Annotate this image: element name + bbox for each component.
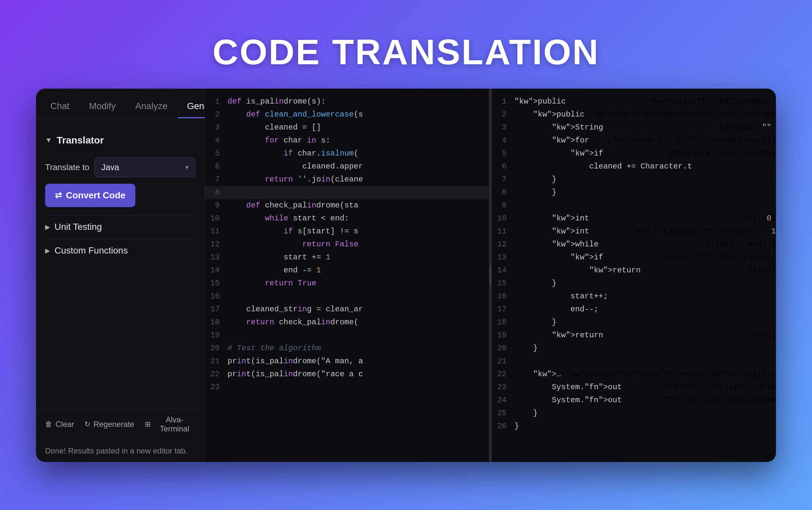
line-content: while start < end: <box>228 212 489 225</box>
python-panel: 1def is_palindrome(s):2 def clean_and_lo… <box>205 89 489 462</box>
tab-modify[interactable]: Modify <box>80 95 125 118</box>
panel-divider[interactable] <box>489 89 492 462</box>
python-code-scroll[interactable]: 1def is_palindrome(s):2 def clean_and_lo… <box>205 89 489 462</box>
python-line-4: 4 for char in s: <box>205 134 489 147</box>
java-line-10: 10 "kw">int start = 0; <box>492 212 776 225</box>
line-number: 16 <box>492 290 514 303</box>
java-line-3: 3 "kw">String cleaned = ""; <box>492 121 776 134</box>
translate-to-label: Translate to <box>45 162 89 172</box>
tab-analyze[interactable]: Analyze <box>126 95 177 118</box>
java-line-23: 23 System."fn">out."fn">println(isPalind… <box>492 381 776 394</box>
line-number: 10 <box>205 212 228 225</box>
line-number: 4 <box>492 134 514 147</box>
regenerate-label: Regenerate <box>93 420 134 429</box>
java-line-12: 12 "kw">while (start < end) { <box>492 238 776 251</box>
custom-functions-title: Custom Functions <box>55 246 128 256</box>
java-line-21: 21 <box>492 355 776 368</box>
selected-language: Java <box>101 162 119 172</box>
line-content: "kw">if <box>514 251 650 264</box>
python-line-13: 13 start += 1 <box>205 251 489 264</box>
language-select[interactable]: Java ▾ <box>94 158 195 177</box>
line-content: "kw">for <box>514 134 608 147</box>
python-line-15: 15 return True <box>205 277 489 290</box>
python-line-9: 9 def check_palindrome(sta <box>205 199 489 212</box>
line-number: 23 <box>492 381 514 394</box>
line-content: return ''.join(cleane <box>228 173 489 186</box>
line-number: 11 <box>492 225 514 238</box>
line-content: # Test the algorithm <box>228 342 489 355</box>
line-number: 9 <box>492 199 514 212</box>
clear-label: Clear <box>56 420 74 429</box>
page-title: CODE TRANSLATION <box>212 31 600 73</box>
python-line-7: 7 return ''.join(cleane <box>205 173 489 186</box>
custom-functions-section[interactable]: ▶ Custom Functions <box>45 238 195 262</box>
java-line-25: 25 } <box>492 407 776 420</box>
python-line-3: 3 cleaned = [] <box>205 121 489 134</box>
regenerate-button[interactable]: ↻ Regenerate <box>84 420 134 429</box>
python-line-10: 10 while start < end: <box>205 212 489 225</box>
line-number: 19 <box>205 329 228 342</box>
tab-chat[interactable]: Chat <box>41 95 79 118</box>
line-content: print(is_palindrome("A man, a <box>228 355 489 368</box>
line-number: 24 <box>492 394 514 407</box>
line-number: 19 <box>492 329 514 342</box>
line-number: 21 <box>205 355 228 368</box>
line-number: 20 <box>205 342 228 355</box>
tabs-row: Chat Modify Analyze Generate <box>36 89 204 118</box>
python-line-8: 8 <box>205 186 489 199</box>
java-line-11: 11 "kw">int end = cleaned."fn">length() … <box>492 225 776 238</box>
line-content: "kw">return <box>514 264 748 277</box>
line-number: 16 <box>205 290 228 303</box>
line-number: 26 <box>492 420 514 433</box>
python-line-5: 5 if char.isalnum( <box>205 147 489 160</box>
line-number: 14 <box>492 264 514 277</box>
java-line-6: 6 cleaned += Character.t <box>492 160 776 173</box>
line-content: "kw">return <box>514 329 753 342</box>
convert-btn-label: Convert Code <box>66 190 125 201</box>
line-content: end -= 1 <box>228 264 489 277</box>
line-number: 8 <box>205 186 228 199</box>
translate-to-row: Translate to Java ▾ <box>45 158 195 177</box>
python-line-16: 16 <box>205 290 489 303</box>
line-number: 5 <box>205 147 228 160</box>
java-line-26: 26} <box>492 420 776 433</box>
java-line-17: 17 end--; <box>492 303 776 316</box>
line-number: 2 <box>205 108 228 121</box>
clear-button[interactable]: 🗑 Clear <box>45 420 74 429</box>
line-content: "kw">if <box>514 147 669 160</box>
python-line-21: 21print(is_palindrome("A man, a <box>205 355 489 368</box>
line-content: return False <box>228 238 489 251</box>
java-line-9: 9 <box>492 199 776 212</box>
python-line-1: 1def is_palindrome(s): <box>205 95 489 108</box>
line-number: 7 <box>205 173 228 186</box>
line-content: cleaned.apper <box>228 160 489 173</box>
line-content: end--; <box>514 303 776 316</box>
line-number: 6 <box>205 160 228 173</box>
bottom-actions: 🗑 Clear ↻ Regenerate ⊞ Alva-Terminal <box>36 408 204 440</box>
java-line-1: 1"kw">public "kw">class "fn">Palindrome … <box>492 95 776 108</box>
line-number: 1 <box>492 95 514 108</box>
status-message: Done! Results pasted in a new editor tab… <box>36 440 204 462</box>
line-number: 15 <box>205 277 228 290</box>
python-line-19: 19 <box>205 329 489 342</box>
chevron-down-icon: ▾ <box>185 163 188 171</box>
line-content: start += 1 <box>228 251 489 264</box>
python-line-11: 11 if s[start] != s <box>205 225 489 238</box>
line-content <box>228 186 489 199</box>
python-line-18: 18 return check_palindrome( <box>205 316 489 329</box>
java-code-scroll[interactable]: 1"kw">public "kw">class "fn">Palindrome … <box>492 89 776 462</box>
terminal-label: Alva-Terminal <box>154 415 195 433</box>
java-panel: 1"kw">public "kw">class "fn">Palindrome … <box>492 89 776 462</box>
app-window: Chat Modify Analyze Generate ▼ Translato… <box>36 89 776 462</box>
java-line-19: 19 "kw">return true; <box>492 329 776 342</box>
line-content: return check_palindrome( <box>228 316 489 329</box>
convert-code-button[interactable]: ⇄ Convert Code <box>45 184 135 207</box>
unit-testing-section[interactable]: ▶ Unit Testing <box>45 215 195 238</box>
terminal-button[interactable]: ⊞ Alva-Terminal <box>145 415 195 433</box>
line-number: 10 <box>492 212 514 225</box>
java-line-7: 7 } <box>492 173 776 186</box>
line-number: 5 <box>492 147 514 160</box>
java-line-24: 24 System."fn">out."fn">println(isPalind… <box>492 394 776 407</box>
translator-header[interactable]: ▼ Translator <box>45 128 195 152</box>
line-content: } <box>514 407 776 420</box>
